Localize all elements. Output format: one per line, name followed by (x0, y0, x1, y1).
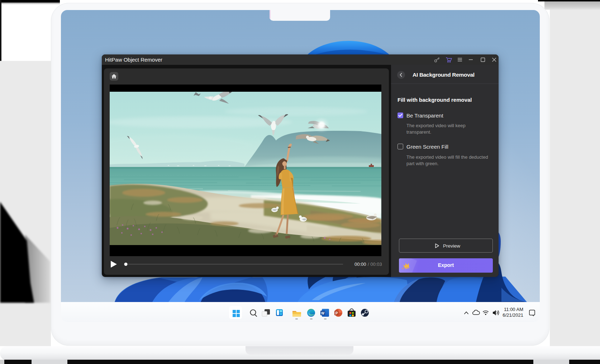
svg-text:W: W (321, 311, 325, 315)
svg-text:/ 00:03: / 00:03 (368, 262, 382, 267)
svg-text:P: P (335, 311, 338, 315)
svg-text:11:00 AM: 11:00 AM (504, 307, 523, 312)
svg-text:6/21/2021: 6/21/2021 (503, 312, 523, 318)
svg-text:00:00: 00:00 (354, 262, 366, 267)
